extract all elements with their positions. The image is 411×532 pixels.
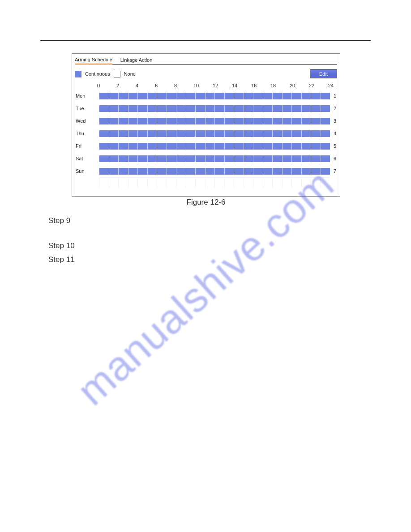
hour-cell[interactable] [263,130,273,137]
hour-cell[interactable] [321,143,330,150]
hour-cell[interactable] [167,118,176,124]
hour-cell[interactable] [253,155,263,162]
hour-cell[interactable] [224,130,234,137]
schedule-row[interactable]: Wed3 [75,115,337,127]
hour-cell[interactable] [282,118,292,124]
hour-cell[interactable] [224,143,234,150]
hour-cell[interactable] [244,130,253,137]
hour-cell[interactable] [291,105,301,112]
edit-button[interactable]: Edit [310,69,337,78]
hour-cell[interactable] [244,143,253,150]
hour-cell[interactable] [244,168,253,175]
hour-cell[interactable] [167,155,176,162]
hour-cell[interactable] [195,118,205,124]
hour-cell[interactable] [301,105,311,112]
hour-cell[interactable] [291,168,301,175]
hour-cell[interactable] [321,93,330,99]
hour-cell[interactable] [109,143,119,150]
hour-cell[interactable] [128,155,138,162]
hour-cell[interactable] [109,130,119,137]
hour-cell[interactable] [157,168,167,175]
hour-cell[interactable] [253,93,263,99]
hour-cell[interactable] [147,130,157,137]
hour-cell[interactable] [224,155,234,162]
hour-cell[interactable] [205,93,215,99]
hour-cell[interactable] [118,155,128,162]
hour-cell[interactable] [244,105,253,112]
hour-cell[interactable] [214,143,224,150]
hour-cell[interactable] [214,130,224,137]
hour-cell[interactable] [195,168,205,175]
hour-cell[interactable] [99,93,109,99]
hour-cell[interactable] [234,93,244,99]
hour-cell[interactable] [214,118,224,124]
hour-cell[interactable] [205,168,215,175]
hour-cell[interactable] [253,143,263,150]
hour-cell[interactable] [214,93,224,99]
hour-cell[interactable] [167,168,176,175]
hour-cell[interactable] [253,118,263,124]
schedule-row[interactable]: Thu4 [75,127,337,140]
hour-cell[interactable] [157,105,167,112]
hour-cell[interactable] [147,93,157,99]
hour-cell[interactable] [167,130,176,137]
hour-cell[interactable] [272,130,282,137]
schedule-row[interactable]: Fri5 [75,140,337,152]
schedule-row[interactable]: Mon1 [75,90,337,102]
hour-cell[interactable] [291,130,301,137]
hour-cell[interactable] [147,118,157,124]
hour-cell[interactable] [109,155,119,162]
hour-cell[interactable] [253,130,263,137]
hour-cell[interactable] [157,130,167,137]
hour-cell[interactable] [234,143,244,150]
hour-cell[interactable] [311,93,321,99]
hour-cell[interactable] [224,118,234,124]
hour-cell[interactable] [157,155,167,162]
hour-cell[interactable] [137,105,147,112]
hour-cell[interactable] [301,118,311,124]
hour-cell[interactable] [128,93,138,99]
hour-cell[interactable] [99,105,109,112]
hour-cell[interactable] [311,143,321,150]
hour-cell[interactable] [186,118,196,124]
hour-cell[interactable] [311,168,321,175]
hour-cell[interactable] [224,105,234,112]
hour-cell[interactable] [321,118,330,124]
hour-cell[interactable] [157,93,167,99]
hour-cell[interactable] [167,105,176,112]
hour-cell[interactable] [214,105,224,112]
hour-cell[interactable] [167,143,176,150]
hour-cell[interactable] [137,155,147,162]
hour-cell[interactable] [186,130,196,137]
hour-cell[interactable] [128,105,138,112]
hour-cell[interactable] [128,143,138,150]
hour-cell[interactable] [321,155,330,162]
hour-cell[interactable] [311,118,321,124]
hour-cell[interactable] [311,105,321,112]
hour-cell[interactable] [99,118,109,124]
hour-cell[interactable] [186,143,196,150]
hour-cell[interactable] [157,118,167,124]
schedule-row[interactable]: Sun7 [75,165,337,177]
hour-cell[interactable] [176,105,186,112]
hour-cell[interactable] [157,143,167,150]
hour-cell[interactable] [147,143,157,150]
hour-cell[interactable] [195,155,205,162]
hour-cell[interactable] [176,93,186,99]
hour-cell[interactable] [128,168,138,175]
hour-cell[interactable] [147,168,157,175]
hour-cell[interactable] [301,93,311,99]
hour-cell[interactable] [263,118,273,124]
hour-cell[interactable] [186,155,196,162]
hour-cell[interactable] [272,155,282,162]
hour-cell[interactable] [301,155,311,162]
hour-cell[interactable] [128,118,138,124]
hour-cell[interactable] [195,105,205,112]
hour-cell[interactable] [176,143,186,150]
hour-cell[interactable] [263,155,273,162]
tab-arming-schedule[interactable]: Arming Schedule [75,57,112,64]
hour-cell[interactable] [205,130,215,137]
hour-cell[interactable] [224,93,234,99]
hour-cell[interactable] [186,105,196,112]
hour-cell[interactable] [234,155,244,162]
